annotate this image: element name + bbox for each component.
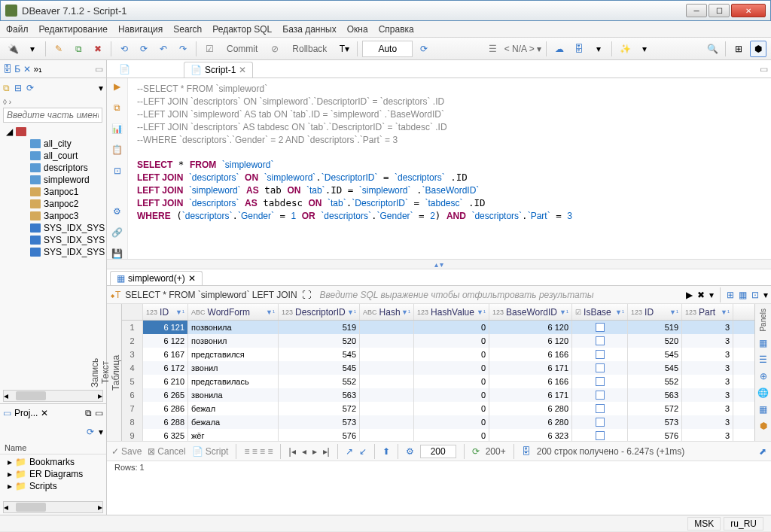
project-folder[interactable]: ▸ 📁 Scripts xyxy=(2,480,105,492)
search-icon[interactable]: 🔍 xyxy=(704,41,721,57)
menu-sql-editor[interactable]: Редактор SQL xyxy=(212,24,272,35)
close-tab-icon[interactable]: ✕ xyxy=(239,65,246,75)
panels-icon[interactable]: ⊞ xyxy=(727,290,734,300)
filter-hint[interactable]: Введите SQL выражение чтобы отфильтроват… xyxy=(315,290,681,300)
import-icon[interactable]: ↙ xyxy=(359,446,367,457)
tree-item-table[interactable]: descriptors xyxy=(2,162,105,174)
panel-icon[interactable]: ☰ xyxy=(759,354,767,365)
new-sql-icon[interactable]: ✎ xyxy=(50,41,67,57)
view-menu-icon[interactable]: ▾ xyxy=(99,83,103,93)
script-button[interactable]: 📄 Script xyxy=(192,446,229,457)
projects-close-icon[interactable]: ✕ xyxy=(41,408,48,418)
menu-database[interactable]: База данных xyxy=(282,24,336,35)
nav-scrollbar[interactable]: ◂▸ xyxy=(3,390,103,402)
column-header[interactable]: ABC WordForm▼¹ xyxy=(188,304,279,320)
apply-filter-icon[interactable]: ▶ xyxy=(686,290,693,300)
menu-search[interactable]: Search xyxy=(173,24,202,35)
table-row[interactable]: 36 167представился54506 1665453 xyxy=(122,348,754,361)
side-tab-table[interactable]: Таблица xyxy=(111,312,121,433)
column-header[interactable]: 123 Part▼¹ xyxy=(682,304,733,320)
menu-help[interactable]: Справка xyxy=(379,24,414,35)
clear-filter-icon[interactable]: ✖ xyxy=(697,290,705,300)
perspective-icon[interactable]: ⊞ xyxy=(730,41,747,57)
history-icon[interactable]: ▾ xyxy=(709,290,714,300)
commit-button[interactable]: Commit xyxy=(221,42,264,56)
project-folder[interactable]: ▸ 📁 ER Diagrams xyxy=(2,468,105,480)
commit-icon[interactable]: ☑ xyxy=(201,41,218,57)
menu-edit[interactable]: Редактирование xyxy=(39,24,108,35)
minimize-panel-icon[interactable]: ▭ xyxy=(95,64,103,74)
tree-item-table[interactable]: all_city xyxy=(2,138,105,150)
tree-item-query[interactable]: Запрос1 xyxy=(2,186,105,198)
dropdown-icon[interactable]: ▾ xyxy=(24,41,41,57)
panel-icon[interactable]: ⬢ xyxy=(760,421,767,431)
tree-item-index[interactable]: SYS_IDX_SYS_P xyxy=(2,246,105,258)
result-view-tabs[interactable]: Таблица Текст Запись xyxy=(107,304,122,441)
splitter[interactable]: ▴ ▾ xyxy=(107,259,771,269)
first-page-icon[interactable]: |◂ xyxy=(288,446,295,457)
column-header[interactable]: 123 BaseWordID▼¹ xyxy=(489,304,572,320)
rollback-button[interactable]: Rollback xyxy=(286,42,333,56)
save-button[interactable]: ✓ Save xyxy=(111,446,142,457)
tree-item-index[interactable]: SYS_IDX_SYS_P xyxy=(2,222,105,234)
tx-log-icon[interactable]: ⟳ xyxy=(136,41,152,57)
close-result-icon[interactable]: ✕ xyxy=(188,273,196,284)
table-row[interactable]: 66 265звонила56306 1715633 xyxy=(122,388,754,402)
page-size-input[interactable] xyxy=(420,445,456,458)
db-icon[interactable]: 🗄 xyxy=(571,41,587,57)
panel-icon[interactable]: ⊕ xyxy=(760,371,767,382)
settings-icon[interactable]: ⚙ xyxy=(406,446,414,457)
tx-undo-icon[interactable]: ↶ xyxy=(155,41,172,57)
tx-icon[interactable]: ⟲ xyxy=(116,41,133,57)
table-row[interactable]: 86 288бежала57306 2805733 xyxy=(122,415,754,429)
export-data-icon[interactable]: ⬆ xyxy=(382,446,390,457)
tx-mode-icon[interactable]: Т▾ xyxy=(336,41,352,57)
tree-item-table[interactable]: simpleword xyxy=(2,174,105,186)
project-folder[interactable]: ▸ 📁 Bookmarks xyxy=(2,456,105,468)
plan-icon[interactable]: 📋 xyxy=(111,144,123,155)
menu-icon[interactable]: ▾ xyxy=(763,290,768,300)
expand-sql-icon[interactable]: ⛶ xyxy=(302,290,311,300)
panel-icon[interactable]: ▦ xyxy=(759,404,767,415)
proj-scrollbar[interactable]: ◂▸ xyxy=(3,501,103,513)
new-connection-icon[interactable]: 🔌 xyxy=(5,41,21,57)
projects-title[interactable]: Proj... xyxy=(14,408,38,418)
tree-root[interactable]: ◢ xyxy=(2,126,105,138)
column-header[interactable]: ABC Hash▼¹ xyxy=(360,304,414,320)
next-page-icon[interactable]: ▸ xyxy=(312,446,317,457)
column-header[interactable]: ☑ IsBase▼¹ xyxy=(572,304,628,320)
maximize-button[interactable]: ☐ xyxy=(709,4,730,17)
minimize-button[interactable]: ─ xyxy=(686,4,707,17)
run-icon[interactable]: ▶ xyxy=(114,81,120,92)
wand-icon[interactable]: ✨ xyxy=(617,41,633,57)
datasource-icon[interactable]: ☰ xyxy=(485,41,501,57)
table-row[interactable]: 76 286бежал57206 2805723 xyxy=(122,402,754,415)
save-sql-icon[interactable]: 💾 xyxy=(111,248,123,259)
rollback-icon[interactable]: ⊘ xyxy=(267,41,283,57)
editor-tab[interactable]: 📄 Script-1 ✕ xyxy=(184,62,253,78)
cloud-icon[interactable]: ☁ xyxy=(551,41,568,57)
prev-page-icon[interactable]: ◂ xyxy=(302,446,306,457)
sql-editor[interactable]: --SELECT * FROM `simpleword` --LEFT JOIN… xyxy=(128,78,771,259)
link-icon[interactable]: ⧉ xyxy=(3,83,10,93)
tree-item-query[interactable]: Запрос2 xyxy=(2,198,105,210)
table-row[interactable]: 46 172звонил54506 1715453 xyxy=(122,361,754,375)
stop-icon[interactable]: ⊡ xyxy=(114,166,121,176)
edit-icons[interactable]: ≡ ≡ ≡ ≡ xyxy=(244,446,273,457)
dropdown2-icon[interactable]: ▾ xyxy=(590,41,607,57)
result-grid[interactable]: 123 ID▼¹ ABC WordForm▼¹ 123 DescriptorID… xyxy=(122,304,754,441)
column-header[interactable]: 123 ID▼¹ xyxy=(628,304,682,320)
sql-console-icon[interactable]: ⧉ xyxy=(70,41,87,57)
script-icon[interactable]: 📄 xyxy=(116,61,133,78)
collapse-icon[interactable]: ⊟ xyxy=(14,83,22,93)
table-row[interactable]: 16 121позвонила51906 1205193 xyxy=(122,321,754,334)
panel-icon[interactable]: ▦ xyxy=(759,338,767,348)
tree-item-table[interactable]: all_court xyxy=(2,150,105,162)
export-icon[interactable]: ↗ xyxy=(346,446,353,457)
gear-icon[interactable]: ⚙ xyxy=(113,206,121,217)
menu-window[interactable]: Окна xyxy=(347,24,368,35)
tx-redo-icon[interactable]: ↷ xyxy=(175,41,191,57)
cancel-button[interactable]: ⊠ Cancel xyxy=(148,446,185,457)
detach-icon[interactable]: ⬈ xyxy=(759,446,766,457)
column-header[interactable]: 123 ID▼¹ xyxy=(143,304,188,320)
